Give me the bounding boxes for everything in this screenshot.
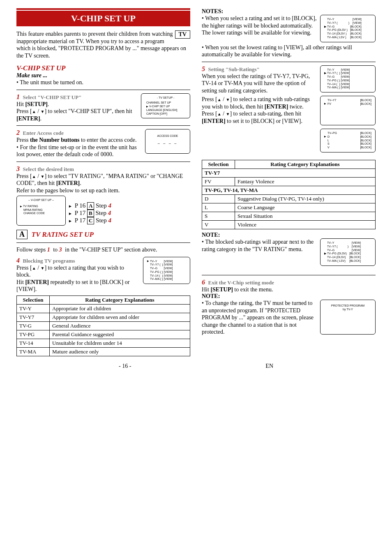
step3-refer: Refer to the pages below to set up each … xyxy=(16,187,190,194)
step6-body: Hit [SETUP] to exit the menu. xyxy=(202,286,376,293)
section-a-body: Follow steps 1 to 3 in the "V-CHIP SET U… xyxy=(16,246,190,254)
osd-subrating-dlsv: TV–PG[BLOCK]▶D[BLOCK]L[BLOCK]S[BLOCK]V[B… xyxy=(320,129,376,152)
make-sure-item: The unit must be turned on. xyxy=(16,79,190,86)
rating-table-2: SelectionRating Category Explanations TV… xyxy=(202,160,376,229)
step3-title: Select the desired item xyxy=(23,166,74,172)
osd-protected-program: PROTECTED PROGRAM by TV-Y xyxy=(320,300,376,335)
make-sure-label: Make sure ... xyxy=(16,72,190,79)
step2-title: Enter Access code xyxy=(23,130,64,136)
osd-tv-rating-view: ▶TV–Y[VIEW]TV–Y7 ( )[VIEW]TV–G[VIEW]TV–P… xyxy=(143,257,190,284)
step-number: 6 xyxy=(202,279,205,286)
section-banner: V-CHIP SET UP xyxy=(16,11,190,26)
step3-body: Press [ / ] to select "TV RATING", "MPAA… xyxy=(16,173,190,187)
page-footer: - 16 - EN xyxy=(16,363,376,369)
section-a-badge: A xyxy=(16,230,28,239)
step-number: 1 xyxy=(16,93,20,100)
notes-heading: NOTES: xyxy=(202,8,376,15)
osd-vchip-menu: – V-CHIP SET UP – TV RATING MPAA RATING … xyxy=(16,196,66,226)
osd-block-example: TV–Y[VIEW]TV–Y7 ( )[VIEW]▶TV–G[BLOCK]TV–… xyxy=(320,15,376,42)
step4-title: Blocking TV programs xyxy=(23,258,75,264)
tv-badge: TV xyxy=(175,30,190,39)
osd-tv-setup: - TV SETUP - CHANNEL SET UP V-CHIP SET U… xyxy=(141,93,190,119)
step-number: 4 xyxy=(16,257,20,264)
intro-text: This feature enables parents to prevent … xyxy=(16,30,190,59)
step1-title: Select "V-CHIP SET UP" xyxy=(23,94,82,100)
divider xyxy=(16,242,190,243)
vchip-setup-heading: V-CHIP SET UP xyxy=(16,64,190,72)
step-number: 5 xyxy=(202,65,205,72)
step5-title: Setting "Sub-Ratings" xyxy=(208,66,260,72)
divider xyxy=(202,275,376,275)
step6-title: Exit the V-Chip setting mode xyxy=(208,279,274,286)
step2-body: Press the Number buttons to enter the ac… xyxy=(16,136,142,144)
note-heading-3: NOTE: xyxy=(202,293,376,300)
osd-access-code: ACCESS CODE – – – – xyxy=(145,129,190,154)
page-refs: P 16 A Step 4 P 17 B Step 4 P 17 C Step … xyxy=(68,196,111,224)
step4-body: Press [ / ] to select a rating that you … xyxy=(16,264,140,293)
red-divider xyxy=(16,8,190,10)
note-heading-2: NOTE: xyxy=(202,232,376,238)
divider xyxy=(16,90,190,90)
osd-blocked-subratings: TV–Y[VIEW]TV–Y7 ( )[VIEW]TV–G[VIEW]▶TV–P… xyxy=(320,238,376,266)
step-number: 2 xyxy=(16,129,20,136)
step2-bullet: For the first time set-up or in the even… xyxy=(16,144,142,158)
step1-body: Hit [SETUP]. Press [ / ] to select "V-CH… xyxy=(16,101,138,122)
section-a-title: TV RATING SET UP xyxy=(32,231,94,239)
rating-table-1: SelectionRating Category Explanations TV… xyxy=(16,295,190,356)
divider xyxy=(16,125,190,126)
step-number: 3 xyxy=(16,165,20,172)
osd-subrating-select: TV–Y[VIEW]▶TV–Y7 ( )[VIEW]TV–G[VIEW]TV–P… xyxy=(320,65,376,93)
osd-subrating-fv: TV–Y7[BLOCK]▶FV[BLOCK] xyxy=(320,96,376,125)
divider xyxy=(16,162,190,162)
divider xyxy=(202,62,376,62)
note-2: When you set the lowest rating to [VIEW]… xyxy=(202,44,376,58)
